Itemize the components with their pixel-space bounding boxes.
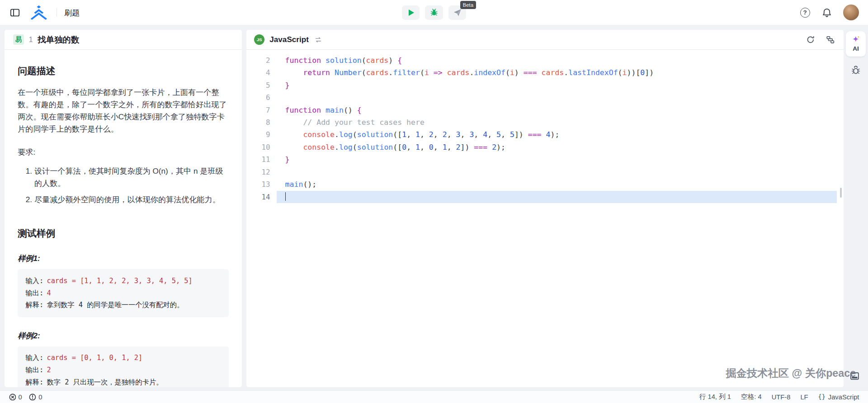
- warnings-indicator[interactable]: 0: [29, 394, 42, 401]
- submit-button[interactable]: Beta: [448, 5, 466, 20]
- refresh-icon: [806, 35, 815, 44]
- app-title: 刷题: [64, 7, 80, 18]
- sample-output-line: 输出:4: [25, 287, 221, 299]
- problems-summary: 0 0: [9, 394, 47, 401]
- encoding-setting[interactable]: UTF-8: [772, 394, 791, 401]
- sidebar-toggle-icon: [10, 8, 20, 18]
- indentation-setting[interactable]: 空格: 4: [741, 393, 762, 401]
- line-number[interactable]: 7: [246, 104, 277, 116]
- run-button[interactable]: [402, 5, 420, 20]
- code-line-6[interactable]: 6: [246, 91, 844, 104]
- ai-sparkle-icon: [851, 35, 860, 44]
- beta-badge: Beta: [460, 1, 476, 9]
- topbar-left: 刷题: [9, 4, 80, 21]
- help-button[interactable]: ?: [799, 6, 811, 19]
- statusbar-right: 行 14, 列 1 空格: 4 UTF-8 LF {} JavaScript: [699, 393, 859, 401]
- problem-content[interactable]: 问题描述 在一个班级中，每位同学都拿到了一张卡片，上面有一个整数。有趣的是，除了…: [5, 50, 242, 387]
- line-number[interactable]: 2: [246, 54, 277, 66]
- code-text: [277, 166, 837, 178]
- line-number[interactable]: 6: [246, 91, 277, 104]
- code-text: // Add your test cases here: [277, 116, 837, 128]
- code-line-7[interactable]: 7function main() {: [246, 104, 844, 116]
- ai-assistant-button[interactable]: AI: [846, 31, 866, 57]
- error-count: 0: [18, 394, 22, 401]
- line-number[interactable]: 11: [246, 153, 277, 166]
- requirement-item: 设计一个算法，使其时间复杂度为 O(n)，其中 n 是班级的人数。: [34, 165, 229, 190]
- topbar: 刷题 Beta: [0, 0, 868, 25]
- code-text: function solution(cards) {: [277, 54, 837, 66]
- notifications-button[interactable]: [821, 6, 833, 19]
- code-text: main();: [277, 178, 837, 190]
- sidebar-toggle-button[interactable]: [9, 6, 21, 19]
- editor-panel: JS JavaScript: [246, 30, 844, 387]
- run-controls: Beta: [402, 0, 466, 25]
- description-heading: 问题描述: [18, 65, 229, 77]
- code-line-10[interactable]: 10 console.log(solution([0, 1, 0, 1, 2])…: [246, 141, 844, 153]
- panel-layout-icon: [850, 371, 859, 381]
- compare-button[interactable]: [825, 34, 836, 45]
- juejin-logo[interactable]: [28, 4, 49, 21]
- line-number[interactable]: 10: [246, 141, 277, 153]
- line-number[interactable]: 9: [246, 128, 277, 141]
- eol-setting[interactable]: LF: [800, 394, 808, 401]
- code-line-14[interactable]: 14: [246, 191, 844, 203]
- sample-output-line: 输出:2: [25, 364, 221, 376]
- requirements-label: 要求:: [18, 146, 229, 158]
- code-text: [277, 191, 837, 203]
- line-number[interactable]: 4: [246, 66, 277, 79]
- code-line-11[interactable]: 11}: [246, 153, 844, 166]
- line-number[interactable]: 14: [246, 191, 277, 203]
- bottom-panel-toggle-button[interactable]: [850, 371, 859, 383]
- line-number[interactable]: 13: [246, 178, 277, 190]
- code-line-13[interactable]: 13main();: [246, 178, 844, 190]
- sample-2-label: 样例2:: [18, 330, 229, 341]
- javascript-icon: JS: [254, 34, 264, 45]
- line-number[interactable]: 8: [246, 116, 277, 128]
- cursor-position[interactable]: 行 14, 列 1: [699, 393, 731, 401]
- debug-button[interactable]: [425, 5, 443, 20]
- language-mode-label: JavaScript: [828, 394, 859, 401]
- paper-plane-icon: [453, 8, 462, 17]
- user-avatar[interactable]: [843, 5, 859, 21]
- language-switch-button[interactable]: [314, 35, 323, 44]
- code-line-9[interactable]: 9 console.log(solution([1, 1, 2, 2, 3, 3…: [246, 128, 844, 141]
- warning-icon: [29, 394, 36, 401]
- juejin-logo-icon: [29, 5, 48, 20]
- code-line-8[interactable]: 8 // Add your test cases here: [246, 116, 844, 128]
- scrollbar-marker[interactable]: [840, 188, 842, 198]
- bell-icon: [822, 8, 832, 18]
- bug-icon: [430, 8, 438, 16]
- sample-2-block: 输入:cards = [0, 1, 0, 1, 2] 输出:2 解释:数字 2 …: [18, 346, 229, 387]
- code-text: console.log(solution([1, 1, 2, 2, 3, 3, …: [277, 128, 837, 141]
- code-line-2[interactable]: 2function solution(cards) {: [246, 54, 844, 66]
- code-line-12[interactable]: 12: [246, 166, 844, 178]
- code-text: [277, 91, 837, 104]
- errors-indicator[interactable]: 0: [9, 394, 22, 401]
- code-editor[interactable]: 2function solution(cards) {4 return Numb…: [246, 50, 844, 387]
- line-number[interactable]: 5: [246, 79, 277, 91]
- line-number[interactable]: 12: [246, 166, 277, 178]
- problem-title: 找单独的数: [38, 34, 80, 45]
- description-text: 在一个班级中，每位同学都拿到了一张卡片，上面有一个整数。有趣的是，除了一个数字之…: [18, 86, 229, 135]
- sample-input-line: 输入:cards = [1, 1, 2, 2, 3, 3, 4, 5, 5]: [25, 275, 221, 287]
- editor-lines: 2function solution(cards) {4 return Numb…: [246, 54, 844, 203]
- play-icon: [409, 9, 414, 16]
- sample-input-line: 输入:cards = [0, 1, 0, 1, 2]: [25, 352, 221, 364]
- code-line-4[interactable]: 4 return Number(cards.filter(i => cards.…: [246, 66, 844, 79]
- samples-heading: 测试样例: [18, 227, 229, 240]
- problem-panel: 易 1 找单独的数 问题描述 在一个班级中，每位同学都拿到了一张卡片，上面有一个…: [5, 30, 242, 387]
- language-mode[interactable]: {} JavaScript: [818, 394, 859, 401]
- code-text: console.log(solution([0, 1, 0, 1, 2]) ==…: [277, 141, 837, 153]
- ai-label: AI: [853, 45, 859, 52]
- reset-code-button[interactable]: [805, 34, 816, 45]
- sample-1-block: 输入:cards = [1, 1, 2, 2, 3, 3, 4, 5, 5] 输…: [18, 269, 229, 317]
- feedback-bug-button[interactable]: [851, 65, 861, 77]
- topbar-divider: [57, 8, 57, 17]
- braces-icon: {}: [818, 394, 826, 400]
- swap-icon: [315, 36, 322, 43]
- app-root: 刷题 Beta: [0, 0, 868, 403]
- code-text: }: [277, 153, 837, 166]
- bug-outline-icon: [851, 65, 861, 75]
- code-line-5[interactable]: 5}: [246, 79, 844, 91]
- editor-header-actions: [805, 34, 836, 45]
